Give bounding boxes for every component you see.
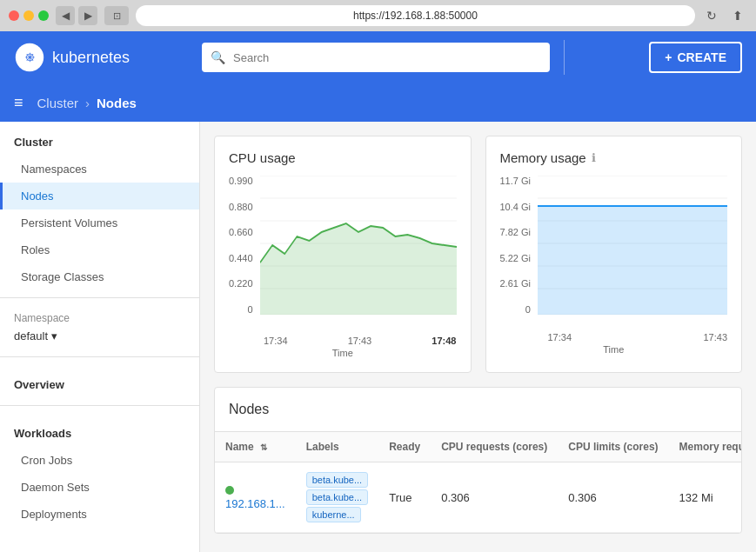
svg-marker-17 (538, 206, 727, 315)
cpu-chart-svg (260, 176, 457, 315)
label-badge-2[interactable]: beta.kube... (306, 489, 369, 505)
col-header-labels: Labels (296, 432, 379, 462)
cpu-y-label-3: 0.440 (229, 253, 253, 263)
mem-y-label-2: 7.82 Gi (500, 227, 531, 237)
memory-x-labels: 17:34 17:43 (548, 332, 728, 343)
col-name-label: Name (225, 441, 254, 453)
breadcrumb-parent[interactable]: Cluster (37, 96, 79, 110)
browser-nav: ◀ ▶ (56, 6, 97, 25)
main-area: Cluster Namespaces Nodes Persistent Volu… (0, 122, 756, 552)
search-wrap: 🔍 (202, 43, 550, 72)
node-ready-value: True (389, 491, 411, 504)
create-plus-icon: + (665, 50, 672, 64)
sidebar-item-namespaces[interactable]: Namespaces (0, 156, 199, 183)
nodes-table-card: Nodes Name ⇅ Labels Ready (214, 387, 742, 534)
col-header-name[interactable]: Name ⇅ (215, 432, 296, 462)
reload-button[interactable]: ↻ (702, 6, 721, 25)
maximize-dot[interactable] (38, 10, 49, 21)
nodes-table: Name ⇅ Labels Ready CPU requests (cores) (215, 432, 742, 533)
col-header-ready: Ready (378, 432, 431, 462)
search-input[interactable] (202, 43, 550, 72)
sidebar-item-label: Storage Classes (21, 270, 104, 283)
mem-y-label-3: 5.22 Gi (500, 253, 531, 263)
node-labels-cell: beta.kube... beta.kube... kuberne... (296, 462, 379, 533)
node-cpu-requests-value: 0.306 (441, 491, 470, 504)
sidebar-item-daemon-sets[interactable]: Daemon Sets (0, 474, 199, 501)
col-cpu-limits-label: CPU limits (cores) (568, 441, 658, 453)
cpu-x-label-2: 17:48 (432, 336, 456, 346)
sidebar-item-nodes[interactable]: Nodes (0, 183, 199, 209)
chevron-down-icon: ▾ (51, 329, 57, 343)
sidebar-item-label: Roles (21, 243, 50, 256)
memory-info-icon: ℹ (592, 151, 596, 164)
sidebar-item-deployments[interactable]: Deployments (0, 501, 199, 528)
cpu-y-label-5: 0 (247, 304, 252, 315)
mem-y-label-5: 0 (525, 304, 531, 315)
cpu-chart-title: CPU usage (229, 150, 457, 165)
namespace-label: Namespace (14, 312, 185, 324)
cpu-y-label-2: 0.660 (229, 227, 253, 237)
svg-marker-9 (260, 223, 457, 315)
sidebar-item-persistent-volumes[interactable]: Persistent Volumes (0, 209, 199, 236)
cpu-x-label-0: 17:34 (264, 336, 288, 346)
kubernetes-logo-icon: ⎈ (14, 42, 45, 73)
memory-chart-title: Memory usage ℹ (500, 150, 728, 165)
cpu-x-labels: 17:34 17:43 17:48 (264, 332, 457, 346)
search-bar: 🔍 (202, 43, 550, 72)
share-button[interactable]: ⬆ (728, 6, 747, 25)
url-text: https://192.168.1.88:50000 (353, 10, 478, 22)
sidebar-item-label: Cron Jobs (21, 454, 72, 467)
node-memory-requests-value: 132 Mi (679, 491, 713, 504)
sidebar-divider-2 (0, 356, 199, 357)
top-nav: ⎈ kubernetes 🔍 + CREATE (0, 31, 756, 83)
node-name-link[interactable]: 192.168.1... (225, 497, 285, 510)
memory-chart-area: 11.7 Gi 10.4 Gi 7.82 Gi 5.22 Gi 2.61 Gi … (500, 176, 728, 332)
memory-chart-svg (538, 176, 727, 315)
cpu-chart-title-text: CPU usage (229, 150, 296, 165)
sidebar-item-roles[interactable]: Roles (0, 236, 199, 263)
table-row: 192.168.1... beta.kube... beta.kube... k… (215, 462, 742, 533)
app-title: kubernetes (52, 49, 130, 67)
mem-x-label-0: 17:34 (548, 332, 572, 343)
node-ready-cell: True (378, 462, 431, 533)
mem-y-label-1: 10.4 Gi (500, 202, 531, 212)
create-button[interactable]: + CREATE (649, 42, 742, 73)
logo-area: ⎈ kubernetes (14, 42, 188, 73)
sidebar-item-label: Daemon Sets (21, 481, 90, 494)
hamburger-icon[interactable]: ≡ (14, 94, 23, 112)
sidebar-item-label: Nodes (21, 190, 54, 203)
sidebar-item-cron-jobs[interactable]: Cron Jobs (0, 447, 199, 474)
minimize-dot[interactable] (23, 10, 34, 21)
label-badge-3[interactable]: kuberne... (306, 507, 361, 522)
memory-x-title: Time (500, 343, 728, 355)
col-ready-label: Ready (389, 441, 420, 453)
nav-divider (564, 40, 565, 75)
cpu-x-title: Time (229, 346, 457, 358)
cpu-y-label-1: 0.880 (229, 202, 253, 212)
sort-icon: ⇅ (260, 442, 267, 452)
browser-dots (9, 10, 49, 21)
namespace-select[interactable]: default ▾ (14, 329, 185, 343)
col-labels-label: Labels (306, 441, 339, 453)
close-dot[interactable] (9, 10, 19, 21)
node-memory-requests-cell: 132 Mi (669, 462, 742, 533)
cpu-y-label-4: 0.220 (229, 278, 253, 289)
node-status-dot (225, 486, 234, 495)
sidebar-divider-1 (0, 297, 199, 298)
sidebar-item-label: Namespaces (21, 163, 87, 176)
forward-button[interactable]: ▶ (78, 6, 97, 25)
namespace-value: default (14, 329, 48, 343)
charts-row: CPU usage 0.990 0.880 0.660 0.440 0.220 … (214, 136, 742, 373)
address-bar[interactable]: https://192.168.1.88:50000 (136, 5, 695, 26)
namespace-selector: Namespace default ▾ (0, 305, 199, 349)
svg-text:⎈: ⎈ (25, 48, 35, 65)
sidebar-divider-3 (0, 405, 199, 406)
label-badge-1[interactable]: beta.kube... (306, 472, 369, 488)
back-button[interactable]: ◀ (56, 6, 75, 25)
node-cpu-limits-value: 0.306 (568, 491, 597, 504)
sidebar: Cluster Namespaces Nodes Persistent Volu… (0, 122, 200, 552)
sidebar-item-storage-classes[interactable]: Storage Classes (0, 263, 199, 290)
cpu-y-label-0: 0.990 (229, 176, 253, 186)
sidebar-toggle-button[interactable]: ⊡ (104, 6, 129, 25)
col-header-cpu-requests: CPU requests (cores) (431, 432, 558, 462)
